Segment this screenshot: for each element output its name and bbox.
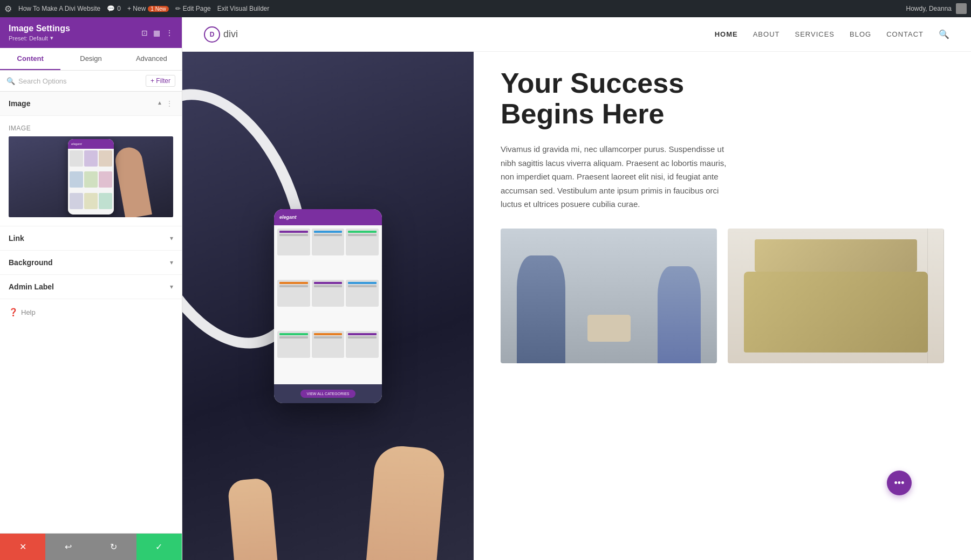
save-button[interactable]: ✓ [136,534,182,560]
gallery-image-1 [501,229,717,363]
link-section-header[interactable]: Link ▾ [0,226,182,251]
tab-content[interactable]: Content [0,48,60,70]
phone-grid [274,225,382,384]
cancel-button[interactable]: ✕ [0,534,45,560]
image-section-body: Image elegant [0,116,182,226]
site-nav: D divi HOME ABOUT SERVICES BLOG CONTACT … [182,17,971,52]
search-bar: 🔍 + Filter [0,71,182,92]
more-options-icon[interactable]: ⋮ [166,99,173,108]
sidebar-header-icons: ⊡ ▦ ⋮ [141,29,173,37]
chevron-down-icon: ▾ [170,283,173,291]
sidebar-content: Image ▾ ⋮ Image elegant [0,92,182,533]
admin-bar-right: Howdy, Deanna [906,3,967,14]
hero-headline: Your Success Begins Here [501,68,944,129]
comments-link[interactable]: 💬 0 [107,5,121,12]
chevron-up-icon: ▾ [158,100,161,107]
new-badge: 1 New [148,6,168,12]
nav-services[interactable]: SERVICES [795,30,835,38]
page-content: elegant [182,52,971,560]
new-link[interactable]: + New 1 New [127,5,169,12]
help-icon: ❓ [9,308,18,316]
nav-home[interactable]: HOME [715,30,738,38]
background-section-header[interactable]: Background ▾ [0,251,182,275]
nav-blog[interactable]: BLOG [850,30,871,38]
edit-page-link[interactable]: ✏ Edit Page [175,5,211,12]
fab-button[interactable]: ••• [887,471,912,495]
admin-label-section-title: Admin Label [9,282,54,291]
bottom-bar: ✕ ↩ ↻ ✓ [0,533,182,560]
help-section[interactable]: ❓ Help [0,299,182,325]
content-area: D divi HOME ABOUT SERVICES BLOG CONTACT … [182,17,971,560]
phone-header: elegant [274,209,382,225]
nav-contact[interactable]: CONTACT [886,30,924,38]
howdy-label: Howdy, Deanna [906,5,952,12]
admin-bar: ⚙ How To Make A Divi Website 💬 0 + New 1… [0,0,971,17]
dots-icon: ••• [894,478,905,489]
image-section-icons: ▾ ⋮ [158,99,173,108]
search-input[interactable] [18,77,142,85]
exit-visual-builder-link[interactable]: Exit Visual Builder [217,5,270,12]
site-name[interactable]: How To Make A Divi Website [18,5,100,12]
chevron-down-icon: ▾ [170,234,173,242]
image-field-label: Image [9,125,173,132]
main-layout: Image Settings Preset: Default ▾ ⊡ ▦ ⋮ C… [0,0,971,560]
image-section-title: Image [9,99,30,108]
redo-button[interactable]: ↻ [91,534,136,560]
filter-button[interactable]: + Filter [146,75,175,87]
chevron-down-icon: ▾ [50,34,53,42]
sidebar-title: Image Settings [9,24,70,33]
image-section-header[interactable]: Image ▾ ⋮ [0,92,182,116]
logo-icon: D [204,26,220,43]
search-icon: 🔍 [6,77,15,85]
chevron-down-icon: ▾ [170,259,173,266]
search-nav-icon[interactable]: 🔍 [939,29,949,39]
sidebar: Image Settings Preset: Default ▾ ⊡ ▦ ⋮ C… [0,17,182,560]
image-preview[interactable]: elegant [9,136,173,217]
background-section-title: Background [9,258,53,267]
hero-phone-mockup: elegant [274,209,382,403]
site-logo: D divi [204,26,238,43]
wp-logo[interactable]: ⚙ [4,4,12,14]
sidebar-header-info: Image Settings Preset: Default ▾ [9,24,70,42]
link-section-title: Link [9,234,24,243]
sidebar-header: Image Settings Preset: Default ▾ ⊡ ▦ ⋮ [0,17,182,48]
logo-text: divi [223,29,238,40]
gallery-row [501,229,944,363]
hero-body-text: Vivamus id gravida mi, nec ullamcorper p… [501,142,738,211]
more-icon[interactable]: ⋮ [166,29,173,37]
admin-label-section-header[interactable]: Admin Label ▾ [0,275,182,299]
tab-design[interactable]: Design [60,48,121,70]
settings-tabs: Content Design Advanced [0,48,182,71]
gallery-image-2 [728,229,944,363]
undo-button[interactable]: ↩ [45,534,91,560]
fullscreen-icon[interactable]: ⊡ [141,29,148,37]
columns-icon[interactable]: ▦ [153,29,160,37]
hero-section: elegant [182,52,474,560]
user-avatar[interactable] [956,3,967,14]
tab-advanced[interactable]: Advanced [121,48,182,70]
sidebar-preset[interactable]: Preset: Default ▾ [9,34,70,42]
nav-about[interactable]: ABOUT [753,30,780,38]
nav-links: HOME ABOUT SERVICES BLOG CONTACT 🔍 [715,29,949,39]
